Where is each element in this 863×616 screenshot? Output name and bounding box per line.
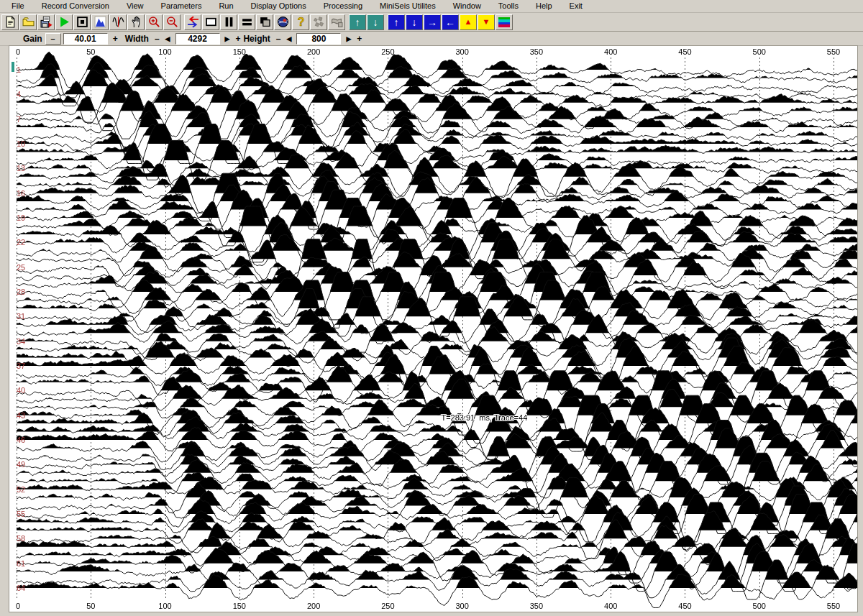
run-button[interactable] — [55, 14, 73, 30]
trace-tick-25: 25 — [17, 263, 25, 272]
width-step-left-button[interactable]: ◀ — [163, 33, 173, 45]
menu-file[interactable]: File — [3, 1, 33, 12]
arrow-left-icon: ← — [445, 17, 455, 27]
shift-left-button[interactable]: ← — [442, 14, 459, 30]
triangle-up-icon: ▲ — [465, 18, 472, 26]
menu-window[interactable]: Window — [444, 1, 490, 12]
pause-icon — [223, 16, 235, 28]
menu-run[interactable]: Run — [210, 1, 242, 12]
time-tick-bottom-450: 450 — [678, 602, 691, 610]
trace-tick-31: 31 — [17, 312, 25, 321]
amplitude-spectrum-button[interactable] — [91, 14, 109, 30]
wiggle-trace-button[interactable] — [109, 14, 127, 30]
save-convert-button[interactable] — [37, 14, 55, 30]
time-tick-bottom-500: 500 — [753, 602, 766, 610]
menu-toolls[interactable]: Toolls — [490, 1, 527, 12]
trace-tick-37: 37 — [17, 362, 25, 370]
zoom-in-icon — [148, 16, 160, 28]
height-step-left-button[interactable]: ◀ — [283, 33, 294, 45]
menu-record-conversion[interactable]: Record Conversion — [33, 1, 118, 12]
display-globe-button[interactable] — [274, 14, 291, 30]
shift-right-button[interactable]: → — [424, 14, 441, 30]
height-increase-button[interactable]: + — [354, 33, 365, 45]
swap-direction-button[interactable] — [184, 14, 201, 30]
menu-exit[interactable]: Exit — [561, 1, 591, 12]
arrow-up-icon: ↑ — [394, 17, 399, 27]
shift-down-button[interactable]: ↓ — [406, 14, 423, 30]
svg-text:?: ? — [297, 16, 304, 28]
plug-icon — [331, 16, 343, 28]
time-tick-top-300: 300 — [455, 47, 468, 56]
question-icon: ? — [295, 16, 307, 28]
menu-display-options[interactable]: Display Options — [242, 1, 315, 12]
gain-increase-button[interactable]: + — [110, 33, 121, 45]
trace-tick-49: 49 — [17, 460, 25, 469]
trace-tick-58: 58 — [17, 534, 25, 543]
horizontal-bars-button[interactable] — [238, 14, 255, 30]
plot-setup-button[interactable] — [328, 14, 345, 30]
gain-value-field[interactable]: 40.01 — [63, 33, 108, 45]
menu-parameters[interactable]: Parameters — [152, 1, 211, 12]
help-button[interactable]: ? — [292, 14, 309, 30]
width-step-right-button[interactable]: ▶ — [222, 33, 233, 45]
gain-decrease-button[interactable]: – — [45, 33, 61, 45]
scatter-tool-button[interactable] — [310, 14, 327, 30]
time-tick-top-500: 500 — [753, 47, 766, 56]
trace-tick-28: 28 — [17, 288, 25, 296]
shift-up-button[interactable]: ↑ — [388, 14, 405, 30]
rectangle-select-button[interactable] — [202, 14, 219, 30]
gain-down-button[interactable]: ▼ — [478, 14, 495, 30]
time-tick-bottom-550: 550 — [827, 602, 840, 610]
rectangle-icon — [205, 16, 217, 28]
width-increase-button[interactable]: + — [232, 33, 243, 45]
time-tick-bottom-350: 350 — [530, 602, 543, 610]
trace-up-button[interactable]: ↑ — [349, 14, 366, 30]
zoom-in-button[interactable] — [145, 14, 163, 30]
gain-toolbar: Gain – 40.01 + Width – ◀ 4292 ▶ + Height… — [0, 32, 863, 46]
time-tick-top-400: 400 — [604, 47, 617, 56]
wiggle-icon — [112, 16, 124, 28]
trace-tick-4: 4 — [17, 90, 21, 98]
time-tick-top-350: 350 — [530, 47, 543, 56]
color-scale-button[interactable] — [496, 14, 513, 30]
menu-view[interactable]: View — [118, 1, 152, 12]
time-tick-bottom-400: 400 — [604, 602, 617, 610]
menu-help[interactable]: Help — [527, 1, 561, 12]
toolbar: ?↑↓↑↓→←▲▼ — [0, 13, 863, 32]
gain-up-button[interactable]: ▲ — [460, 14, 477, 30]
height-value-field[interactable]: 800 — [296, 33, 341, 45]
trace-tick-34: 34 — [17, 337, 25, 346]
menu-bar: FileRecord ConversionViewParametersRunDi… — [0, 0, 863, 13]
application-window: FileRecord ConversionViewParametersRunDi… — [0, 0, 863, 616]
seismic-plot-area: 0050501001001501502002002502503003003503… — [9, 46, 857, 612]
arrow-right-icon: → — [427, 17, 437, 27]
time-tick-bottom-50: 50 — [86, 602, 95, 610]
trace-down-button[interactable]: ↓ — [367, 14, 384, 30]
height-step-right-button[interactable]: ▶ — [343, 33, 354, 45]
trace-tick-10: 10 — [17, 139, 25, 148]
menu-processing[interactable]: Processing — [315, 1, 371, 12]
trace-tick-13: 13 — [17, 164, 25, 173]
time-tick-bottom-100: 100 — [158, 602, 171, 610]
new-record-button[interactable] — [1, 14, 19, 30]
pan-hand-button[interactable] — [127, 14, 145, 30]
width-value-field[interactable]: 4292 — [175, 33, 220, 45]
triangle-down-icon: ▼ — [483, 18, 490, 26]
width-label: Width — [125, 34, 149, 44]
open-file-button[interactable] — [19, 14, 37, 30]
trace-tick-22: 22 — [17, 238, 25, 247]
trace-tick-40: 40 — [17, 386, 25, 395]
zoom-out-button[interactable] — [163, 14, 181, 30]
trace-tick-46: 46 — [17, 436, 25, 444]
trace-tick-1: 1 — [17, 65, 21, 74]
menu-miniseis-utilites[interactable]: MiniSeis Utilites — [371, 1, 444, 12]
width-decrease-button[interactable]: – — [152, 33, 163, 45]
seismic-canvas[interactable] — [9, 46, 857, 612]
stop-button[interactable] — [73, 14, 91, 30]
height-decrease-button[interactable]: – — [273, 33, 284, 45]
trace-tick-16: 16 — [17, 189, 25, 198]
stop-icon — [76, 16, 88, 28]
cascade-windows-button[interactable] — [256, 14, 273, 30]
zoom-out-icon — [166, 16, 178, 28]
pause-button[interactable] — [220, 14, 237, 30]
